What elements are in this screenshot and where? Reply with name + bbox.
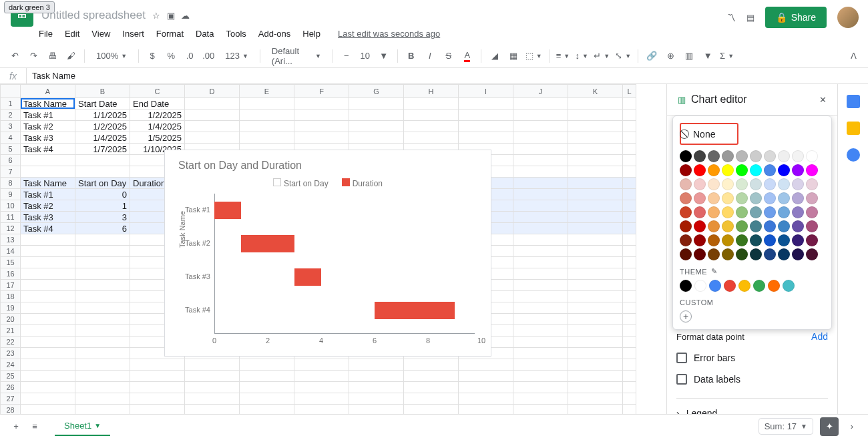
cell-K6[interactable] [568, 155, 623, 166]
cell-K16[interactable] [568, 268, 623, 280]
row-header-22[interactable]: 22 [1, 337, 21, 348]
dec-increase-button[interactable]: .00 [200, 48, 216, 64]
color-swatch[interactable] [778, 220, 790, 232]
menu-format[interactable]: Format [156, 29, 184, 39]
cell-L15[interactable] [623, 257, 636, 268]
cell-D1[interactable] [185, 98, 240, 110]
cell-L7[interactable] [623, 166, 636, 178]
color-swatch[interactable] [708, 248, 720, 260]
cell-L19[interactable] [623, 302, 636, 314]
cell-A12[interactable]: Task #4 [21, 223, 75, 234]
cell-A11[interactable]: Task #3 [21, 212, 75, 223]
menu-data[interactable]: Data [196, 29, 214, 39]
color-swatch[interactable] [694, 234, 706, 246]
menu-tools[interactable]: Tools [226, 29, 246, 39]
font-dropdown[interactable]: Default (Ari...▼ [266, 48, 327, 64]
cell-G24[interactable] [349, 359, 404, 371]
dec-decrease-button[interactable]: .0 [182, 48, 198, 64]
font-size-field[interactable]: 10 [357, 48, 373, 64]
cell-L27[interactable] [623, 393, 636, 405]
row-header-10[interactable]: 10 [1, 200, 21, 212]
functions-button[interactable]: Σ▼ [718, 48, 735, 64]
color-swatch[interactable] [764, 220, 776, 232]
col-header-A[interactable]: A [21, 85, 75, 98]
row-header-11[interactable]: 11 [1, 212, 21, 223]
cell-L20[interactable] [623, 314, 636, 325]
cell-B24[interactable] [75, 359, 130, 371]
cell-L24[interactable] [623, 359, 636, 371]
strike-button[interactable]: S [441, 48, 457, 64]
cell-C28[interactable] [130, 405, 185, 415]
row-header-23[interactable]: 23 [1, 348, 21, 359]
legend-section[interactable]: › Legend [676, 398, 828, 414]
cell-G26[interactable] [349, 382, 404, 393]
cell-J27[interactable] [513, 393, 568, 405]
all-sheets-button[interactable]: ≡ [25, 417, 44, 436]
cell-J24[interactable] [513, 359, 568, 371]
cell-B28[interactable] [75, 405, 130, 415]
cell-A19[interactable] [21, 302, 75, 314]
cell-L1[interactable] [623, 98, 636, 110]
cell-J26[interactable] [513, 382, 568, 393]
theme-swatch[interactable] [709, 280, 721, 292]
font-size-plus[interactable]: ▼ [376, 48, 392, 64]
cell-K13[interactable] [568, 234, 623, 246]
fill-color-button[interactable]: ◢ [487, 48, 503, 64]
cell-J1[interactable] [513, 98, 568, 110]
cell-L9[interactable] [623, 189, 636, 200]
color-swatch[interactable] [680, 234, 692, 246]
color-swatch[interactable] [778, 248, 790, 260]
cell-A26[interactable] [21, 382, 75, 393]
cell-C26[interactable] [130, 382, 185, 393]
wrap-button[interactable]: ↵▼ [592, 48, 611, 64]
cell-B20[interactable] [75, 314, 130, 325]
color-swatch[interactable] [764, 178, 776, 190]
cell-H4[interactable] [404, 132, 459, 144]
bold-button[interactable]: B [403, 48, 419, 64]
cell-L22[interactable] [623, 337, 636, 348]
cell-K4[interactable] [568, 132, 623, 144]
row-header-1[interactable]: 1 [1, 98, 21, 110]
comment-button[interactable]: ⊕ [662, 48, 678, 64]
cell-B12[interactable]: 6 [75, 223, 130, 234]
print-button[interactable]: 🖶 [44, 48, 60, 64]
cell-C24[interactable] [130, 359, 185, 371]
color-swatch[interactable] [750, 234, 762, 246]
cell-D4[interactable] [185, 132, 240, 144]
cell-D2[interactable] [185, 110, 240, 121]
cell-I1[interactable] [459, 98, 513, 110]
menu-edit[interactable]: Edit [65, 29, 79, 39]
color-swatch[interactable] [792, 178, 804, 190]
col-header-L[interactable]: L [623, 85, 636, 98]
text-color-button[interactable]: A [459, 48, 475, 64]
cell-A25[interactable] [21, 371, 75, 382]
cell-F4[interactable] [294, 132, 349, 144]
cell-J9[interactable] [513, 189, 568, 200]
fx-icon[interactable]: fx [0, 68, 27, 83]
cell-G25[interactable] [349, 371, 404, 382]
cell-G4[interactable] [349, 132, 404, 144]
cell-A8[interactable]: Task Name [21, 178, 75, 189]
cell-A23[interactable] [21, 348, 75, 359]
cell-K18[interactable] [568, 291, 623, 302]
font-size-minus[interactable]: − [339, 48, 355, 64]
row-header-20[interactable]: 20 [1, 314, 21, 325]
color-swatch[interactable] [736, 164, 748, 176]
cell-K3[interactable] [568, 121, 623, 132]
add-custom-color-button[interactable]: + [680, 310, 692, 322]
color-swatch[interactable] [736, 178, 748, 190]
link-button[interactable]: 🔗 [644, 48, 660, 64]
row-header-24[interactable]: 24 [1, 359, 21, 371]
col-header-K[interactable]: K [568, 85, 623, 98]
formula-value[interactable]: Task Name [27, 71, 75, 81]
color-swatch[interactable] [778, 150, 790, 162]
cell-D27[interactable] [185, 393, 240, 405]
cell-K8[interactable] [568, 178, 623, 189]
color-swatch[interactable] [764, 234, 776, 246]
cell-L23[interactable] [623, 348, 636, 359]
explore-button[interactable]: ✦ [820, 417, 839, 436]
undo-button[interactable]: ↶ [7, 48, 23, 64]
cell-A22[interactable] [21, 337, 75, 348]
col-header-F[interactable]: F [294, 85, 349, 98]
cell-E1[interactable] [240, 98, 294, 110]
